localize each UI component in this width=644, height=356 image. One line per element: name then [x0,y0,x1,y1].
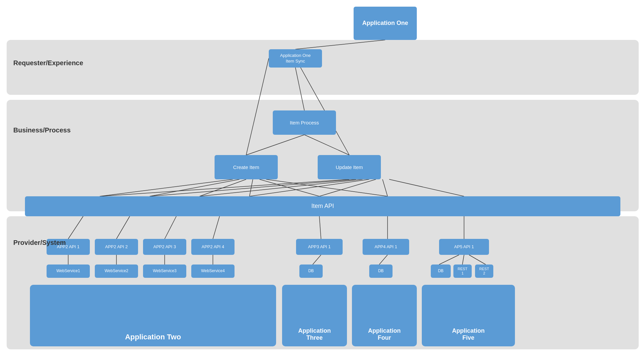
webservice4-box: WebService4 [191,265,235,278]
create-item-box: Create Item [215,155,278,179]
item-process-box: Item Process [273,110,336,135]
rest1-app5-box: REST1 [453,265,472,278]
lane-label-provider: Provider/System [13,239,66,247]
item-api-box: Item API [25,196,620,216]
app-four-label: ApplicationFour [368,327,401,346]
webservice2-box: WebService2 [95,265,138,278]
rest2-app5-box: REST2 [475,265,493,278]
app3-api1-box: APP3 API 1 [296,239,343,255]
app-one-item-sync-box: Application OneItem Sync [269,49,322,68]
app2-api3-box: APP2 API 3 [143,239,186,255]
update-item-box: Update Item [318,155,381,179]
ap5-api1-box: AP5 API 1 [439,239,489,255]
app-one-box: Application One [354,7,417,40]
app2-api2-box: APP2 API 2 [95,239,138,255]
lane-label-business: Business/Process [13,126,71,134]
app4-api1-box: APP4 API 1 [363,239,409,255]
lane-requester [7,40,639,95]
app-five-group: ApplicationFive [422,285,515,346]
db-app3-box: DB [299,265,323,278]
lane-label-requester: Requester/Experience [13,59,83,67]
app2-api4-box: APP2 API 4 [191,239,235,255]
webservice3-box: WebService3 [143,265,186,278]
app-three-group: ApplicationThree [282,285,347,346]
app-five-label: ApplicationFive [452,327,485,346]
db-app4-box: DB [369,265,393,278]
webservice1-box: WebService1 [47,265,90,278]
diagram-container: Requester/Experience Business/Process Pr… [0,0,644,356]
app-four-group: ApplicationFour [352,285,417,346]
db-app5-box: DB [431,265,451,278]
app-two-label: Application Two [125,333,181,346]
app-three-label: ApplicationThree [298,327,331,346]
app-two-group: Application Two [30,285,276,346]
